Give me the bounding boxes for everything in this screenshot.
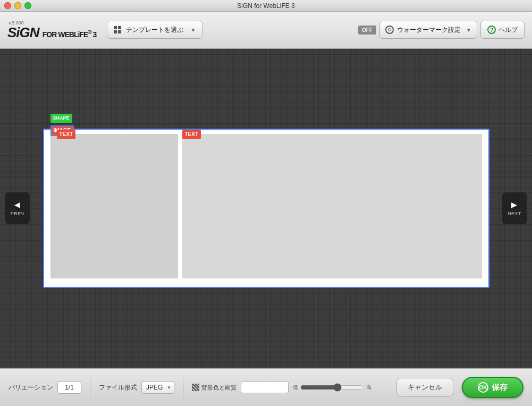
logo: v.3.000 SiGN FOR WEBLiFE® 3 <box>7 20 96 39</box>
quality-high-label: 高 <box>366 384 371 391</box>
save-label: 保存 <box>492 383 508 393</box>
quality-color-box[interactable] <box>241 382 289 393</box>
text-badge-1[interactable]: TEXT <box>57 130 76 139</box>
titlebar: SiGN for WebLiFE 3 <box>0 0 532 12</box>
watermark-section: OFF © ウォーターマーク設定 ▼ ? ヘルプ <box>358 21 525 39</box>
file-format-label: ファイル形式 <box>99 383 137 392</box>
file-format-select-wrapper: JPEG PNG <box>141 381 174 394</box>
bg-icon <box>192 384 199 391</box>
text-badge-2[interactable]: TEXT <box>182 130 201 139</box>
chevron-down-icon: ▼ <box>190 27 196 33</box>
next-arrow-icon: ▶ <box>511 200 518 209</box>
window-title: SiGN for WebLiFE 3 <box>237 2 294 10</box>
image-placeholder[interactable]: TEXT <box>50 134 178 278</box>
template-icon <box>114 26 121 33</box>
help-button[interactable]: ? ヘルプ <box>480 21 525 39</box>
template-btn-label: テンプレートを選ぶ <box>126 26 183 35</box>
window-controls <box>4 2 31 9</box>
divider-2 <box>183 377 183 398</box>
help-label: ヘルプ <box>499 26 518 35</box>
minimize-button[interactable] <box>14 2 21 9</box>
variation-value: 1/1 <box>57 381 81 394</box>
watermark-label: ウォーターマーク設定 <box>397 26 461 35</box>
template-content: TEXT TEXT <box>50 134 482 278</box>
ok-icon: OK <box>478 382 488 393</box>
prev-button[interactable]: ◀ PREV <box>5 192 30 224</box>
bg-quality-group: 背景色と画質 低 高 <box>192 382 371 393</box>
quality-low-label: 低 <box>293 384 298 391</box>
copyright-icon: © <box>385 26 394 34</box>
quality-slider-container: 低 高 <box>293 384 371 391</box>
watermark-toggle[interactable]: OFF <box>358 26 376 35</box>
file-format-select[interactable]: JPEG PNG <box>141 381 174 394</box>
chevron-down-icon: ▼ <box>466 27 471 33</box>
quality-slider[interactable] <box>300 384 364 391</box>
prev-label: PREV <box>11 211 25 216</box>
canvas-container: SHAPE IMAGE TEXT TEXT <box>43 129 489 288</box>
main-canvas: ◀ PREV SHAPE IMAGE TEXT TEXT ▶ N <box>0 49 532 368</box>
file-format-group: ファイル形式 JPEG PNG <box>99 381 174 394</box>
watermark-button[interactable]: © ウォーターマーク設定 ▼ <box>379 21 477 39</box>
template-frame[interactable]: SHAPE IMAGE TEXT TEXT <box>43 129 489 288</box>
text-placeholder[interactable]: TEXT <box>182 134 482 278</box>
save-button[interactable]: OK 保存 <box>462 377 523 398</box>
shape-badge[interactable]: SHAPE <box>50 114 72 123</box>
prev-arrow-icon: ◀ <box>14 200 21 209</box>
maximize-button[interactable] <box>24 2 31 9</box>
ok-label: OK <box>479 385 487 391</box>
next-button[interactable]: ▶ NEXT <box>502 192 527 224</box>
divider-1 <box>90 377 90 398</box>
footer: バリエーション 1/1 ファイル形式 JPEG PNG 背景色と画質 低 高 キ… <box>0 368 532 406</box>
template-button[interactable]: テンプレートを選ぶ ▼ <box>107 21 202 39</box>
variation-group: バリエーション 1/1 <box>9 381 81 394</box>
bg-quality-text: 背景色と画質 <box>201 384 237 392</box>
help-icon: ? <box>487 26 496 34</box>
close-button[interactable] <box>4 2 11 9</box>
next-label: NEXT <box>508 211 521 216</box>
variation-label: バリエーション <box>9 383 53 392</box>
header: v.3.000 SiGN FOR WEBLiFE® 3 テンプレートを選ぶ ▼ … <box>0 12 532 49</box>
brand-name: SiGN FOR WEBLiFE® 3 <box>7 26 96 39</box>
bg-quality-label: 背景色と画質 <box>192 384 237 392</box>
cancel-button[interactable]: キャンセル <box>396 378 453 397</box>
